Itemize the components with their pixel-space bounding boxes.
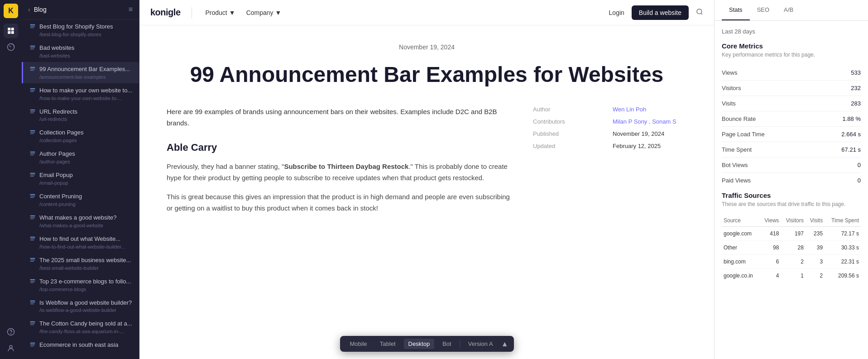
blog-item-text: Best Blog for Shopify Stores /best-blog-… [39, 23, 113, 37]
traffic-source: google.com [722, 227, 760, 241]
traffic-source: Other [722, 241, 760, 255]
svg-rect-39 [30, 239, 35, 239]
app-logo[interactable]: K [4, 4, 18, 18]
article-title: 99 Announcement Bar Examples for Website… [167, 62, 687, 88]
blog-item-title: Top 23 e-commerce blogs to follo... [39, 278, 131, 286]
blog-item-icon [29, 236, 36, 244]
blog-item-text: What makes a good website? /what-makes-a… [39, 214, 117, 228]
blog-list-item[interactable]: Ecommerce in south east asia [22, 338, 139, 354]
svg-rect-46 [30, 282, 34, 282]
blog-item-text: Email Popup /email-popup [39, 172, 73, 186]
nav-build-button[interactable]: Build a website [632, 5, 689, 20]
toolbar-version[interactable]: Version A [464, 339, 498, 349]
svg-rect-19 [30, 91, 34, 91]
nav-company[interactable]: Company ▼ [242, 6, 286, 19]
blog-list-item[interactable]: Best Blog for Shopify Stores /best-blog-… [22, 19, 139, 41]
svg-rect-27 [30, 153, 35, 154]
blog-item-title: Content Pruning [39, 193, 82, 201]
meta-author-value: Wen Lin Poh [613, 106, 687, 113]
tab-stats[interactable]: Stats [722, 0, 750, 20]
blog-list-item[interactable]: What makes a good website? /what-makes-a… [22, 211, 139, 232]
nav-login-link[interactable]: Login [609, 9, 624, 16]
blog-item-url: /best-blog-for-shopify-stores [39, 32, 113, 37]
article-intro: Here are 99 examples of brands using ann… [167, 106, 515, 129]
blog-list-item[interactable]: 99 Announcement Bar Examples... /announc… [22, 62, 139, 83]
rail-icon-pages[interactable] [4, 24, 18, 38]
toolbar-tablet-btn[interactable]: Tablet [375, 339, 400, 349]
blog-list-item[interactable]: How to find out what Website... /how-to-… [22, 232, 139, 253]
nav-search-icon[interactable] [696, 8, 703, 17]
blog-list-item[interactable]: The Cotton Candy being sold at a... /the… [22, 316, 139, 338]
traffic-visitors: 1 [781, 269, 806, 283]
nav-menu: Product ▼ Company ▼ [201, 6, 286, 19]
sidebar-collapse-icon[interactable]: ‹ [28, 6, 30, 13]
blog-item-url: /is-webflow-a-good-website-builder [39, 307, 132, 313]
blog-item-title: The 2025 small business website... [39, 257, 131, 264]
right-panel-body: Last 28 days Core Metrics Key performanc… [715, 21, 868, 359]
tab-ab[interactable]: A/B [777, 0, 801, 20]
blog-list-item[interactable]: Collection Pages /collection-pages [22, 125, 139, 147]
blog-item-icon [29, 129, 36, 137]
blog-item-url: /how-to-make-your-own-website-to-... [39, 96, 132, 101]
metric-row: Views 533 [722, 65, 861, 81]
blog-item-icon [29, 24, 36, 31]
blog-item-icon [29, 109, 36, 116]
sidebar-menu-icon[interactable]: ≡ [129, 5, 133, 14]
blog-item-url: /author-pages [39, 159, 75, 164]
blog-item-url: /bad-websites [39, 53, 74, 58]
nav-product[interactable]: Product ▼ [201, 6, 240, 19]
svg-rect-13 [30, 49, 34, 49]
sidebar-header-left: ‹ Blog [28, 6, 47, 13]
blog-item-text: Is Webflow a good website builder? /is-w… [39, 299, 132, 313]
blog-item-title: Collection Pages [39, 129, 84, 137]
blog-item-text: The Cotton Candy being sold at a... /the… [39, 320, 132, 334]
meta-published-label: Published [533, 130, 607, 137]
metric-row: Bot Views 0 [722, 158, 861, 173]
svg-rect-49 [30, 303, 34, 304]
svg-rect-10 [30, 28, 34, 28]
blog-item-text: Bad websites /bad-websites [39, 44, 74, 58]
svg-rect-25 [30, 134, 34, 134]
blog-item-icon [29, 87, 36, 95]
blog-list-item[interactable]: Email Popup /email-popup [22, 168, 139, 189]
blog-item-text: URL Redirects /url-redirects [39, 108, 77, 122]
blog-list-item[interactable]: Is Webflow a good website builder? /is-w… [22, 296, 139, 317]
metric-value: 232 [851, 85, 861, 91]
blog-list-item[interactable]: Bad websites /bad-websites [22, 41, 139, 62]
blog-item-icon [29, 342, 36, 349]
tab-seo[interactable]: SEO [750, 0, 777, 20]
blog-item-icon [29, 45, 36, 53]
svg-rect-9 [30, 26, 35, 27]
rail-icon-user[interactable] [4, 341, 18, 355]
blog-list-item[interactable]: The 2025 small business website... /best… [22, 253, 139, 274]
svg-rect-47 [30, 300, 35, 301]
article-meta: Author Wen Lin Poh Contributors Milan P … [533, 106, 687, 149]
blog-list-item[interactable]: Top 23 e-commerce blogs to follo... /top… [22, 274, 139, 296]
blog-list-item[interactable]: Author Pages /author-pages [22, 147, 139, 168]
traffic-section: Traffic Sources These are the sources th… [722, 191, 861, 282]
svg-rect-2 [8, 31, 10, 34]
metric-row: Page Load Time 2.664 s [722, 127, 861, 142]
blog-list-item[interactable]: How to make your own website to... /how-… [22, 83, 139, 105]
rail-icon-help[interactable] [4, 325, 18, 339]
toolbar-desktop-btn[interactable]: Desktop [404, 339, 435, 349]
traffic-row: google.com 418 197 235 72.17 s [722, 227, 861, 241]
metric-value: 2.664 s [841, 131, 861, 138]
blog-list-item[interactable]: Content Pruning /content-pruning [22, 189, 139, 211]
traffic-time-spent: 22.31 s [825, 255, 861, 269]
toolbar-mobile-btn[interactable]: Mobile [345, 339, 372, 349]
metric-name: Visits [722, 100, 736, 107]
blog-item-text: Content Pruning /content-pruning [39, 193, 82, 207]
preview-content: November 19, 2024 99 Announcement Bar Ex… [139, 25, 714, 359]
metric-row: Visits 283 [722, 96, 861, 111]
preview-nav: konigle Product ▼ Company ▼ Login Build … [139, 0, 714, 25]
rail-icon-analytics[interactable] [4, 40, 18, 54]
toolbar-bot-btn[interactable]: Bot [438, 339, 456, 349]
blog-list-item[interactable]: URL Redirects /url-redirects [22, 105, 139, 126]
blog-item-url: /email-popup [39, 180, 73, 186]
svg-rect-11 [30, 46, 35, 47]
svg-rect-29 [30, 173, 35, 174]
toolbar-expand-icon[interactable]: ▲ [501, 340, 508, 348]
sidebar-title: Blog [34, 6, 47, 13]
preview-logo: konigle [150, 7, 181, 18]
